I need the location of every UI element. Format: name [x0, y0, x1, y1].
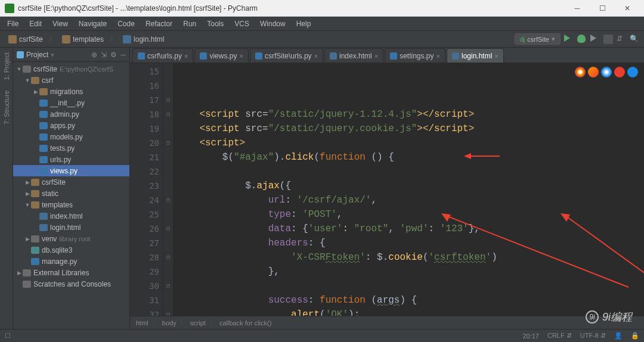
editor-tab[interactable]: settings.py× — [385, 48, 445, 63]
tree-item[interactable]: ▶csrfSite — [13, 176, 129, 188]
menu-code[interactable]: Code — [113, 18, 140, 29]
tree-item[interactable]: ▼csrf — [13, 74, 129, 86]
run-button[interactable] — [564, 35, 574, 44]
tree-item[interactable]: admin.py — [13, 108, 129, 120]
coverage-button[interactable] — [590, 35, 600, 44]
breadcrumb-path: csrfSite〉templates〉login.html — [5, 34, 168, 45]
project-sidebar: Project ▾ ⊕ ⇲ ⚙ ─ ▼csrfSite E:\pythonQZ\… — [13, 48, 130, 329]
structure-tool-button[interactable]: 7: Structure — [3, 88, 10, 127]
tree-item[interactable]: ▶External Libraries — [13, 267, 129, 278]
menu-vcs[interactable]: VCS — [230, 18, 254, 29]
maximize-button[interactable]: ☐ — [590, 2, 614, 14]
tab-close-icon[interactable]: × — [184, 52, 188, 60]
menu-navigate[interactable]: Navigate — [74, 18, 112, 29]
editor-tab[interactable]: index.html× — [324, 48, 383, 63]
status-bar: ☐ 20:17 CRLF ⇵ UTF-8 ⇵ 👤 🔒 — [0, 329, 644, 342]
tree-item[interactable]: db.sqlite3 — [13, 244, 129, 256]
tree-item[interactable]: index.html — [13, 210, 129, 222]
breadcrumb-item[interactable]: html — [136, 319, 148, 327]
project-tool-button[interactable]: 1: Project — [3, 50, 10, 82]
menu-edit[interactable]: Edit — [24, 18, 47, 29]
editor-tab[interactable]: csrfSite\urls.py× — [250, 48, 323, 63]
sidebar-header: Project ▾ ⊕ ⇲ ⚙ ─ — [13, 48, 129, 62]
cursor-position: 20:17 — [522, 332, 539, 340]
fold-gutter[interactable]: ⊟⊟⊟⊟⊟⊟⊟⊟⊟ — [163, 63, 173, 316]
tab-close-icon[interactable]: × — [436, 52, 440, 60]
breadcrumb-item[interactable]: script — [190, 319, 206, 327]
editor-tab[interactable]: login.html× — [447, 48, 504, 63]
tree-item[interactable]: Scratches and Consoles — [13, 278, 129, 290]
menu-refactor[interactable]: Refactor — [141, 18, 177, 29]
tree-item[interactable]: views.py — [13, 165, 129, 176]
tree-item[interactable]: tests.py — [13, 142, 129, 154]
tree-item[interactable]: __init__.py — [13, 97, 129, 108]
file-encoding[interactable]: UTF-8 ⇵ — [580, 332, 606, 340]
tree-item[interactable]: ▶migrations — [13, 86, 129, 97]
tree-item[interactable]: ▶static — [13, 188, 129, 199]
menu-help[interactable]: Help — [292, 18, 316, 29]
run-configuration-select[interactable]: djcsrfSite▾ — [515, 33, 561, 45]
line-separator[interactable]: CRLF ⇵ — [547, 332, 572, 340]
collapse-all-icon[interactable]: ⇲ — [101, 51, 107, 59]
breadcrumb-item[interactable]: callback for click() — [219, 319, 271, 327]
window-titlebar: csrfSite [E:\pythonQZ\csrfSite] - ...\te… — [0, 0, 644, 17]
window-controls: ─ ☐ ✕ — [565, 2, 639, 14]
tree-item[interactable]: ▶venv library root — [13, 233, 129, 244]
vcs-button[interactable]: ⇵ — [617, 35, 626, 44]
opera-icon[interactable] — [614, 67, 625, 77]
toolbar-right: djcsrfSite▾ ⇵ 🔍 — [515, 33, 639, 45]
menu-tools[interactable]: Tools — [202, 18, 228, 29]
minimize-button[interactable]: ─ — [565, 2, 589, 14]
tab-close-icon[interactable]: × — [494, 52, 498, 60]
tree-item[interactable]: login.html — [13, 222, 129, 233]
firefox-icon[interactable] — [588, 67, 599, 77]
close-button[interactable]: ✕ — [615, 2, 639, 14]
editor-tab[interactable]: views.py× — [194, 48, 248, 63]
chrome-icon[interactable] — [575, 67, 586, 77]
editor-breadcrumb: html〉body〉script〉callback for click() — [130, 316, 644, 329]
memory-indicator[interactable]: 🔒 — [631, 332, 639, 340]
breadcrumb-item[interactable]: body — [162, 319, 177, 327]
stop-button[interactable] — [603, 35, 613, 44]
watermark: 9i9i编程 — [586, 310, 632, 324]
main-menubar: FileEditViewNavigateCodeRefactorRunTools… — [0, 17, 644, 31]
hide-icon[interactable]: ─ — [120, 51, 126, 59]
ie-icon[interactable] — [627, 67, 638, 77]
status-left: ☐ — [5, 332, 11, 340]
tab-close-icon[interactable]: × — [374, 52, 378, 60]
nav-crumb[interactable]: login.html — [119, 34, 168, 45]
line-numbers: 15161718192021222324252627282930313233 — [130, 63, 163, 316]
editor-tab[interactable]: csrf\urls.py× — [132, 48, 193, 63]
search-everywhere-button[interactable]: 🔍 — [630, 35, 639, 44]
navigation-bar: csrfSite〉templates〉login.html djcsrfSite… — [0, 31, 644, 48]
project-tree[interactable]: ▼csrfSite E:\pythonQZ\csrfS▼csrf▶migrati… — [13, 62, 129, 329]
inspections-icon[interactable]: 👤 — [614, 332, 623, 340]
menu-window[interactable]: Window — [255, 18, 290, 29]
nav-crumb[interactable]: csrfSite — [5, 34, 47, 45]
menu-file[interactable]: File — [2, 18, 23, 29]
tree-item[interactable]: ▼templates — [13, 199, 129, 210]
menu-view[interactable]: View — [48, 18, 73, 29]
editor-area: csrf\urls.py×views.py×csrfSite\urls.py×i… — [130, 48, 644, 329]
autoscroll-icon[interactable]: ⊕ — [91, 51, 97, 59]
app-icon — [5, 4, 14, 13]
tool-window-strip: 1: Project 7: Structure — [0, 48, 13, 329]
tree-item[interactable]: models.py — [13, 131, 129, 142]
tab-close-icon[interactable]: × — [239, 52, 243, 60]
debug-button[interactable] — [577, 35, 587, 44]
safari-icon[interactable] — [601, 67, 612, 77]
tree-item[interactable]: ▼csrfSite E:\pythonQZ\csrfS — [13, 63, 129, 74]
settings-gear-icon[interactable]: ⚙ — [110, 51, 117, 59]
browser-icons — [575, 67, 638, 77]
nav-crumb[interactable]: templates — [58, 34, 107, 45]
code-editor[interactable]: 15161718192021222324252627282930313233 ⊟… — [130, 63, 644, 316]
window-title: csrfSite [E:\pythonQZ\csrfSite] - ...\te… — [18, 4, 565, 13]
tree-item[interactable]: urls.py — [13, 154, 129, 165]
main-area: 1: Project 7: Structure Project ▾ ⊕ ⇲ ⚙ … — [0, 48, 644, 329]
code-content[interactable]: <script src="/static/jquery-1.12.4.js"><… — [173, 63, 644, 316]
menu-run[interactable]: Run — [178, 18, 201, 29]
tree-item[interactable]: manage.py — [13, 256, 129, 267]
tab-close-icon[interactable]: × — [314, 52, 318, 60]
tree-item[interactable]: apps.py — [13, 120, 129, 131]
editor-tabs: csrf\urls.py×views.py×csrfSite\urls.py×i… — [130, 48, 644, 63]
